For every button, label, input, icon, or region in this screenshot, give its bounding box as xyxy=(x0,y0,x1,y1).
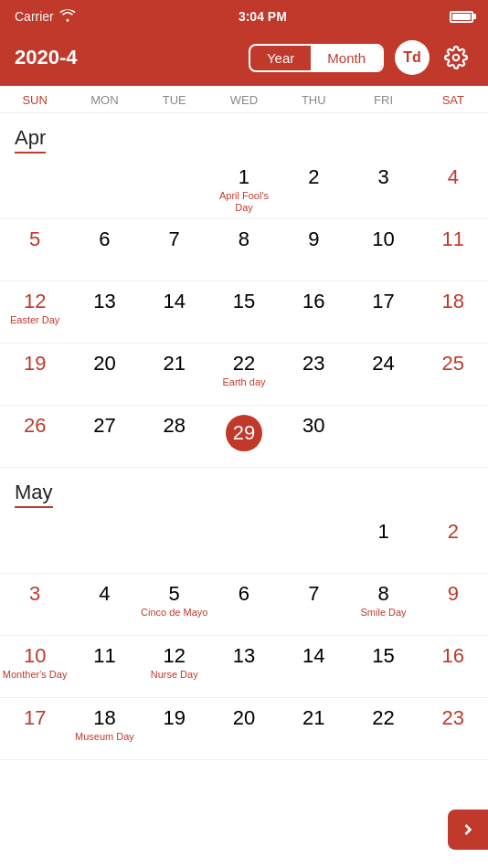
event-label: Cinco de Mayo xyxy=(141,607,207,619)
app-header: 2020-4 Year Month Td xyxy=(0,33,488,86)
day-header-fri: FRI xyxy=(348,93,418,107)
cal-cell[interactable]: 16 xyxy=(279,281,348,344)
cal-cell[interactable]: 8Smile Day xyxy=(348,574,418,636)
day-header-tue: TUE xyxy=(140,93,209,107)
cal-cell[interactable]: 9 xyxy=(279,219,348,281)
cal-cell[interactable]: 4 xyxy=(419,157,488,219)
day-number: 8 xyxy=(377,583,388,605)
day-number: 14 xyxy=(302,645,324,667)
view-toggle[interactable]: Year Month xyxy=(249,44,384,72)
day-number: 21 xyxy=(163,353,185,375)
cal-cell[interactable]: 5 xyxy=(0,219,69,281)
day-header-mon: MON xyxy=(69,93,139,107)
cal-cell[interactable]: 17 xyxy=(0,698,69,760)
cal-cell[interactable]: 12Nurse Day xyxy=(140,636,209,698)
day-number: 9 xyxy=(308,228,319,250)
cal-cell[interactable]: 10Monther's Day xyxy=(0,636,69,698)
day-number: 12 xyxy=(163,645,185,667)
day-number: 2 xyxy=(308,166,319,188)
cal-cell xyxy=(140,512,209,574)
cal-cell[interactable]: 12Easter Day xyxy=(0,281,69,344)
cal-cell[interactable]: 28 xyxy=(140,406,209,468)
cal-cell[interactable]: 15 xyxy=(209,281,279,344)
cal-cell[interactable]: 5Cinco de Mayo xyxy=(140,574,209,636)
day-number: 22 xyxy=(372,707,394,729)
event-label: Museum Day xyxy=(75,731,134,743)
day-number: 14 xyxy=(163,291,185,312)
year-view-button[interactable]: Year xyxy=(250,46,311,70)
cal-cell[interactable]: 21 xyxy=(279,698,348,760)
day-number: 2 xyxy=(448,521,459,543)
cal-cell[interactable]: 20 xyxy=(209,698,279,760)
day-number: 28 xyxy=(163,415,185,437)
day-number: 18 xyxy=(442,291,464,312)
day-number: 7 xyxy=(308,583,319,605)
cal-cell[interactable]: 27 xyxy=(69,406,139,468)
today-date: 29 xyxy=(226,415,262,451)
month-label-may: May xyxy=(15,481,53,508)
day-number: 12 xyxy=(24,291,46,312)
cal-cell[interactable]: 22 xyxy=(348,698,418,760)
cal-cell[interactable]: 25 xyxy=(419,344,488,406)
cal-cell[interactable]: 11 xyxy=(69,636,139,698)
cal-cell[interactable]: 23 xyxy=(279,344,348,406)
day-number: 3 xyxy=(377,166,388,188)
cal-cell[interactable]: 23 xyxy=(419,698,488,760)
cal-cell[interactable]: 17 xyxy=(348,281,418,344)
cal-cell[interactable]: 20 xyxy=(69,344,139,406)
cal-cell[interactable]: 16 xyxy=(419,636,488,698)
status-bar: Carrier 3:04 PM xyxy=(0,0,488,33)
cal-cell[interactable]: 18Museum Day xyxy=(69,698,139,760)
day-number: 5 xyxy=(169,583,180,605)
day-number: 15 xyxy=(233,291,255,312)
cal-cell[interactable]: 7 xyxy=(140,219,209,281)
cal-cell[interactable]: 30 xyxy=(279,406,348,468)
cal-cell[interactable]: 18 xyxy=(419,281,488,344)
cal-grid-apr: 1April Fool's Day23456789101112Easter Da… xyxy=(0,157,488,468)
header-actions: Td xyxy=(395,40,473,75)
day-number: 13 xyxy=(93,291,115,312)
cal-cell[interactable]: 10 xyxy=(348,219,418,281)
wifi-icon xyxy=(59,9,76,25)
cal-cell[interactable]: 2 xyxy=(419,512,488,574)
cal-cell[interactable]: 3 xyxy=(0,574,69,636)
day-number: 6 xyxy=(99,228,110,250)
cal-cell[interactable]: 15 xyxy=(348,636,418,698)
cal-cell[interactable]: 2 xyxy=(279,157,348,219)
cal-cell xyxy=(348,406,418,468)
cal-cell[interactable]: 19 xyxy=(0,344,69,406)
cal-cell[interactable]: 14 xyxy=(279,636,348,698)
today-button[interactable]: Td xyxy=(395,40,430,75)
month-view-button[interactable]: Month xyxy=(311,46,382,70)
next-month-arrow[interactable] xyxy=(448,810,488,850)
cal-cell[interactable]: 21 xyxy=(140,344,209,406)
day-number: 18 xyxy=(93,707,115,729)
cal-cell[interactable]: 9 xyxy=(419,574,488,636)
day-number: 23 xyxy=(442,707,464,729)
cal-cell[interactable]: 13 xyxy=(209,636,279,698)
cal-cell[interactable]: 3 xyxy=(348,157,418,219)
day-number: 10 xyxy=(24,645,46,667)
cal-cell[interactable]: 26 xyxy=(0,406,69,468)
cal-cell[interactable]: 6 xyxy=(69,219,139,281)
cal-cell[interactable]: 14 xyxy=(140,281,209,344)
cal-cell[interactable]: 6 xyxy=(209,574,279,636)
settings-button[interactable] xyxy=(439,40,473,75)
cal-cell xyxy=(0,157,69,219)
cal-cell[interactable]: 29 xyxy=(209,406,279,468)
day-header-sun: SUN xyxy=(0,93,69,107)
cal-cell[interactable]: 4 xyxy=(69,574,139,636)
cal-cell[interactable]: 24 xyxy=(348,344,418,406)
cal-cell[interactable]: 1 xyxy=(348,512,418,574)
cal-cell[interactable]: 22Earth day xyxy=(209,344,279,406)
cal-cell[interactable]: 13 xyxy=(69,281,139,344)
cal-cell[interactable]: 1April Fool's Day xyxy=(209,157,279,219)
cal-cell[interactable]: 8 xyxy=(209,219,279,281)
calendar-container: Apr1April Fool's Day23456789101112Easter… xyxy=(0,113,488,760)
cal-cell[interactable]: 19 xyxy=(140,698,209,760)
cal-cell[interactable]: 7 xyxy=(279,574,348,636)
cal-cell[interactable]: 11 xyxy=(419,219,488,281)
day-header-sat: SAT xyxy=(419,93,488,107)
day-number: 25 xyxy=(442,353,464,375)
day-number: 19 xyxy=(163,707,185,729)
